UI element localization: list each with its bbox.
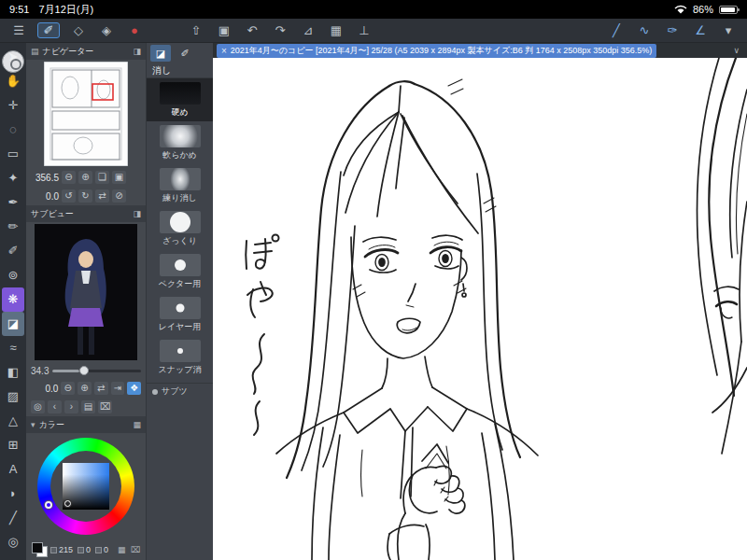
subtool-b-icon[interactable]: ◈ [97,23,116,37]
panel-toggle-icon[interactable]: ◨ [133,47,141,56]
document-tab[interactable]: × 2021年4月〜のコピー [2021年4月〜] 25/28 (A5 2039… [217,44,656,58]
subview-next-icon[interactable]: › [64,400,78,413]
color-set-grid-icon[interactable]: ▦ [118,545,126,554]
subview-slider-value: 34.3 [31,366,49,376]
current-tool-eraser-icon[interactable]: ◪ [150,45,171,62]
flip-horizontal-button[interactable]: ⇄ [95,189,109,203]
fill-tool[interactable]: ◧ [2,360,24,385]
sv-marker[interactable] [64,500,71,507]
navigator-preview[interactable] [26,60,146,168]
subview-next-button[interactable]: ⇥ [111,382,125,395]
subtool-item-layer[interactable]: レイヤー用 [147,293,213,336]
brush-tool[interactable]: ✐ [2,239,24,263]
saturation-value-item: 0 [78,545,91,554]
rotate-ccw-button[interactable]: ↺ [62,189,76,203]
transform-icon[interactable]: ⊿ [299,23,317,37]
tool-strip: ➤ ✋ ✛ ◌ ▭ ✦ ✒ ✏ ✐ ⊚ ❋ ◪ ≈ ◧ ▨ △ ⊞ A ◗ ╱ … [0,43,26,560]
subtool-item-vector[interactable]: ベクター用 [147,250,213,293]
collapse-icon[interactable]: ▾ [31,420,35,429]
vector-pen-icon[interactable]: ✑ [663,23,682,37]
brush-preview [160,125,201,147]
zoom-out-button[interactable]: ⊖ [62,171,76,184]
subview-zoom-in-button[interactable]: ⊕ [78,382,92,395]
active-tool-button[interactable]: ✐ [37,22,60,38]
trash-icon[interactable]: ⌧ [131,545,140,554]
subview-eyedropper-icon[interactable]: ◎ [31,400,45,413]
wand-tool[interactable]: ✦ [2,166,24,190]
airbrush-tool[interactable]: ⊚ [2,263,24,287]
value-value-item: 0 [95,545,108,554]
brush-preview [160,211,201,233]
main-color-swatch[interactable] [32,542,43,553]
selection-tool[interactable]: ▭ [2,142,24,166]
subtool-item-snap[interactable]: スナップ消 [147,336,213,379]
subtool-item-hard[interactable]: 硬め [147,78,213,121]
ipad-status-bar: 9:51 7月12日(月) 86% [0,0,747,19]
grid-icon[interactable]: ▦ [327,23,345,37]
line-tool-icon[interactable]: ╱ [607,23,626,37]
curve-tool-icon[interactable]: ∿ [635,23,654,37]
subview-prev-icon[interactable]: ‹ [48,400,62,413]
export-icon[interactable]: ⇧ [187,23,205,37]
timelapse-record-icon[interactable]: ● [125,23,144,37]
color-swatches[interactable] [32,542,46,557]
rotate-cw-button[interactable]: ↻ [78,189,92,203]
fit-screen-button[interactable]: ❏ [95,171,109,184]
subview-clear-icon[interactable]: ⌧ [98,400,112,413]
text-tool[interactable]: A [2,457,24,482]
subview-toggle-icon[interactable]: ◨ [133,209,141,218]
menu-icon[interactable]: ☰ [9,23,28,37]
hue-marker[interactable] [45,501,52,509]
gallery-icon[interactable]: ▣ [215,23,233,37]
pencil-tool[interactable]: ✏ [2,215,24,239]
subtool-a-icon[interactable]: ◇ [69,23,88,37]
color-grid-icon[interactable]: ▦ [133,420,141,429]
undo-icon[interactable]: ↶ [243,23,261,37]
frame-tool[interactable]: ⊞ [2,433,24,457]
canvas-column: × 2021年4月〜のコピー [2021年4月〜] 25/28 (A5 2039… [213,43,747,560]
gradient-tool[interactable]: ▨ [2,385,24,409]
panel-menu-icon[interactable]: ▤ [31,47,39,56]
move-tool[interactable]: ✛ [2,93,24,118]
subtool-group-label: 消し [147,63,213,78]
status-date: 7月12日(月) [38,3,93,17]
zoom-in-button[interactable]: ⊕ [78,171,92,184]
subview-image[interactable] [26,222,146,362]
blend-tool[interactable]: ≈ [2,336,24,360]
document-tab-bar: × 2021年4月〜のコピー [2021年4月〜] 25/28 (A5 2039… [213,43,747,58]
actual-size-button[interactable]: ▣ [112,171,126,184]
subview-auto-switch-button[interactable]: ❖ [127,382,141,395]
redo-icon[interactable]: ↷ [271,23,289,37]
brush-preview [160,297,201,319]
manga-line-art [213,58,747,560]
eraser-tool[interactable]: ◪ [2,312,24,336]
lasso-tool[interactable]: ◌ [2,118,24,142]
angle-tool-icon[interactable]: ∠ [691,23,710,37]
figure-tool[interactable]: △ [2,409,24,433]
subtool-panel-footer[interactable]: サブツ [147,383,213,399]
subview-open-folder-icon[interactable]: ▤ [81,400,95,413]
close-tab-icon[interactable]: × [221,46,227,56]
eyedropper-tool[interactable]: ◎ [2,530,24,554]
clip-studio-paint-window: 9:51 7月12日(月) 86% ☰ ✐ ◇ ◈ ● ⇧ ▣ ↶ ↷ ⊿ ▦ … [0,0,747,560]
subview-zoom-out-button[interactable]: ⊖ [61,382,75,395]
subtool-item-kneaded[interactable]: 練り消し [147,164,213,207]
secondary-tool-icon[interactable]: ✐ [175,45,195,62]
edge-command-button[interactable] [2,50,24,73]
drawing-canvas[interactable]: ぽや〜〜 [213,58,747,560]
ruler-icon[interactable]: ⊥ [355,23,374,37]
line-correct-tool[interactable]: ╱ [2,506,24,530]
color-wheel[interactable] [37,438,134,535]
subtool-item-soft[interactable]: 軟らかめ [147,121,213,164]
toolbar-more-icon[interactable]: ▾ [719,23,738,37]
hue-value-item: 215 [50,545,73,554]
navigator-zoom-row: 356.5 ⊖ ⊕ ❏ ▣ [26,168,146,187]
reset-rotation-button[interactable]: ⊘ [112,189,126,203]
subview-flip-button[interactable]: ⇄ [94,382,108,395]
pen-tool[interactable]: ✒ [2,190,24,215]
balloon-tool[interactable]: ◗ [2,482,24,506]
subtool-item-rough[interactable]: ざっくり [147,207,213,250]
decoration-tool[interactable]: ❋ [2,287,24,312]
subview-zoom-slider[interactable] [52,370,141,372]
tab-collapse-icon[interactable]: ∨ [733,46,743,55]
